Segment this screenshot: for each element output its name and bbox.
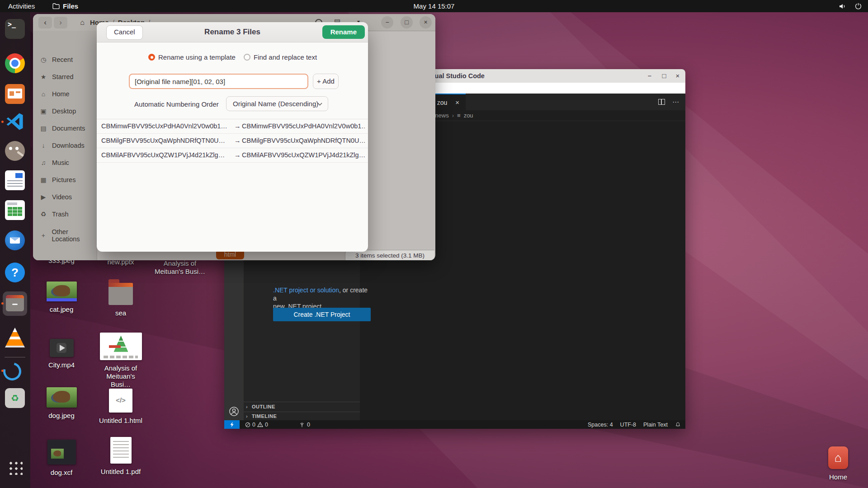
html-thumbnail: </> [109, 389, 132, 413]
chevron-icon: › [246, 402, 248, 412]
language-mode-status[interactable]: Plain Text [643, 422, 668, 428]
symbol-icon: ≡ [457, 112, 461, 119]
clock[interactable]: May 14 15:07 [0, 0, 868, 12]
more-actions-icon[interactable]: ⋯ [672, 98, 679, 106]
show-applications-icon[interactable] [7, 460, 23, 475]
desktop-icon-dog-jpeg[interactable]: dog.jpeg [34, 387, 89, 420]
software-updater-icon[interactable] [0, 359, 24, 384]
add-button[interactable]: + Add [313, 74, 339, 89]
desktop-icon-dog-xcf[interactable]: dog.xcf [34, 440, 89, 477]
numbering-order-dropdown[interactable]: Original Name (Descending) [226, 96, 328, 111]
radio-find-replace[interactable] [244, 54, 250, 61]
breadcrumb-item-news[interactable]: news [435, 112, 448, 119]
libreoffice-impress-icon[interactable] [5, 84, 25, 104]
new-name: CBMilgFBVV95cUxQaWphNDRfQTN0U… [242, 134, 365, 148]
radio-rename-template[interactable] [148, 54, 155, 61]
text-lines [7, 180, 23, 187]
help-icon[interactable]: ? [5, 263, 25, 282]
desktop-icon-label: Untitled 1.pdf [101, 468, 141, 476]
system-tray[interactable] [839, 0, 862, 12]
ports-status[interactable]: 0 [299, 420, 310, 429]
arrow-right-icon: → [234, 134, 241, 148]
template-input[interactable] [129, 74, 308, 89]
vlc-icon[interactable] [5, 328, 25, 347]
old-name: CBMilAFBVV95cUxQZW1PVjJ4d21kZlg… [101, 148, 231, 162]
encoding-status[interactable]: UTF-8 [620, 422, 636, 428]
desktop-icon-sea-folder[interactable]: sea [94, 279, 148, 317]
timeline-section-header[interactable]: › TIMELINE [244, 412, 360, 420]
desktop-icon-untitled-pdf[interactable]: Untitled 1.pdf [94, 437, 148, 476]
desktop-icon-label: sea [115, 309, 126, 317]
old-name: CBMimwFBVV95cUxPdHA0Vnl2V0w0b1… [101, 119, 231, 133]
desktop-icon-analysis-pptx[interactable]: Analysis of Meituan's Busi… [94, 333, 148, 389]
vscode-icon[interactable] [5, 112, 25, 131]
broadcast-icon [299, 422, 305, 428]
chrome-icon[interactable] [5, 53, 25, 73]
house-icon: ⌂ [835, 451, 842, 465]
new-name: CBMilAFBVV95cUxQZW1PVjJ4d21kZlg… [242, 148, 365, 162]
split-editor-icon[interactable] [658, 99, 665, 105]
dog-photo [53, 391, 70, 403]
bell-icon[interactable] [675, 422, 681, 428]
cancel-button[interactable]: Cancel [106, 25, 143, 40]
rename-button[interactable]: Rename [322, 25, 365, 39]
desktop-icon-cat-jpeg[interactable]: cat.jpeg [34, 282, 89, 314]
image-block [15, 173, 23, 178]
warning-count: 0 [265, 422, 268, 428]
dock: >_ ? ♻ [0, 12, 30, 488]
close-button[interactable]: × [671, 69, 684, 83]
remote-indicator[interactable] [224, 420, 240, 429]
files-icon[interactable] [5, 293, 25, 313]
terminal-icon[interactable]: >_ [5, 19, 25, 39]
problems-status[interactable]: 0 0 [245, 420, 268, 429]
radio-template-label[interactable]: Rename using a template [158, 53, 236, 61]
header-bar [7, 202, 17, 205]
home-folder-icon: ⌂ [828, 446, 848, 469]
play-icon [60, 345, 65, 351]
xcf-thumbnail [47, 440, 76, 465]
tab-label: zou [437, 99, 448, 106]
chevron-right-icon: › [452, 112, 454, 119]
question-glyph: ? [11, 266, 19, 279]
timeline-label: TIMELINE [252, 413, 277, 419]
chart-red-band [109, 345, 121, 348]
top-bar: Activities Files May 14 15:07 [0, 0, 868, 12]
warning-icon [257, 422, 263, 427]
desktop-icon-untitled-html[interactable]: </> Untitled 1.html [94, 389, 148, 425]
running-indicator [1, 370, 4, 372]
dog-photo [53, 285, 70, 297]
maximize-button[interactable]: □ [657, 69, 671, 83]
caption-lines [104, 356, 138, 358]
libreoffice-calc-icon[interactable] [5, 200, 25, 220]
desktop-icon-label: Untitled 1.html [99, 417, 142, 425]
rename-row: CBMilAFBVV95cUxQZW1PVjJ4d21kZlg… → CBMil… [97, 148, 368, 163]
rename-row: CBMimwFBVV95cUxPdHA0Vnl2V0w0b1… → CBMimw… [97, 119, 368, 134]
indentation-status[interactable]: Spaces: 4 [588, 422, 613, 428]
gimp-icon[interactable] [5, 141, 25, 161]
desktop-icon-label: cat.jpeg [50, 305, 74, 314]
libreoffice-writer-icon[interactable] [5, 170, 25, 190]
dotnet-project-link[interactable]: .NET project or solution [273, 286, 339, 294]
eye [15, 147, 19, 150]
volume-icon [839, 3, 847, 9]
outline-section-header[interactable]: › OUTLINE [244, 402, 360, 411]
trash-icon[interactable]: ♻ [5, 388, 25, 408]
old-name: CBMilgFBVV95cUxQaWphNDRfQTN0U… [101, 134, 231, 148]
desktop-icon-home[interactable]: ⌂ Home [811, 446, 865, 481]
desktop-icon-label: dog.jpeg [48, 412, 75, 420]
grid-block [7, 206, 23, 216]
accounts-icon[interactable] [229, 406, 239, 418]
desktop-icon-city-mp4[interactable]: City.mp4 [34, 339, 89, 369]
rename-preview-list: CBMimwFBVV95cUxPdHA0Vnl2V0w0b1… → CBMimw… [97, 119, 368, 163]
radio-replace-label[interactable]: Find and replace text [254, 53, 317, 61]
thunderbird-icon[interactable] [5, 230, 25, 250]
desktop-icon-label: dog.xcf [51, 469, 72, 477]
tab-close-icon[interactable]: × [455, 99, 459, 106]
numbering-order-label: Automatic Numbering Order [134, 100, 219, 108]
rename-row: CBMilgFBVV95cUxQaWphNDRfQTN0U… → CBMilgF… [97, 134, 368, 148]
arrow-right-icon: → [234, 148, 241, 162]
create-dotnet-project-button[interactable]: Create .NET Project [273, 308, 371, 321]
minimize-button[interactable]: − [643, 69, 656, 83]
breadcrumb-item-zou[interactable]: zou [464, 112, 473, 119]
slide-text [16, 91, 20, 93]
